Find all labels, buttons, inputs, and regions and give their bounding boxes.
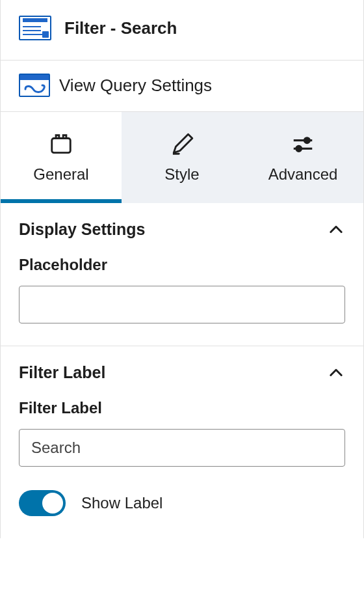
filter-label-label: Filter Label	[19, 399, 345, 417]
tab-advanced-label: Advanced	[268, 165, 338, 184]
section-title: Display Settings	[19, 220, 146, 239]
chevron-up-icon	[327, 364, 345, 382]
block-title: Filter - Search	[64, 18, 177, 38]
placeholder-input[interactable]	[19, 286, 345, 323]
sliders-icon	[290, 131, 316, 158]
view-query-settings-link[interactable]: View Query Settings	[1, 61, 363, 112]
placeholder-label: Placeholder	[19, 256, 345, 274]
svg-point-4	[296, 146, 302, 151]
section-filter-label: Filter Label Filter Label Show Label	[1, 346, 363, 538]
inspector-tabs: General Style Advanced	[1, 112, 363, 203]
svg-rect-0	[52, 139, 71, 153]
chevron-up-icon	[327, 221, 345, 239]
section-display-settings-toggle[interactable]: Display Settings	[19, 220, 345, 239]
inspector-panel: Filter - Search View Query Settings Gene…	[0, 0, 364, 538]
block-header: Filter - Search	[1, 0, 363, 61]
filter-label-input[interactable]	[19, 429, 345, 467]
tab-style-label: Style	[164, 165, 199, 184]
section-title: Filter Label	[19, 363, 105, 382]
show-label-toggle[interactable]	[19, 490, 66, 516]
filter-search-block-icon	[19, 16, 51, 40]
query-icon	[19, 74, 50, 97]
tab-general[interactable]: General	[1, 112, 122, 203]
show-label-row: Show Label	[19, 490, 345, 516]
svg-point-2	[304, 138, 309, 143]
show-label-text: Show Label	[81, 494, 162, 512]
section-filter-label-toggle[interactable]: Filter Label	[19, 363, 345, 382]
tab-advanced[interactable]: Advanced	[242, 112, 363, 203]
block-icon	[48, 131, 74, 158]
view-query-settings-label: View Query Settings	[59, 76, 212, 96]
section-display-settings: Display Settings Placeholder	[1, 203, 363, 346]
brush-icon	[169, 131, 195, 158]
tab-general-label: General	[33, 165, 88, 184]
tab-style[interactable]: Style	[122, 112, 242, 203]
